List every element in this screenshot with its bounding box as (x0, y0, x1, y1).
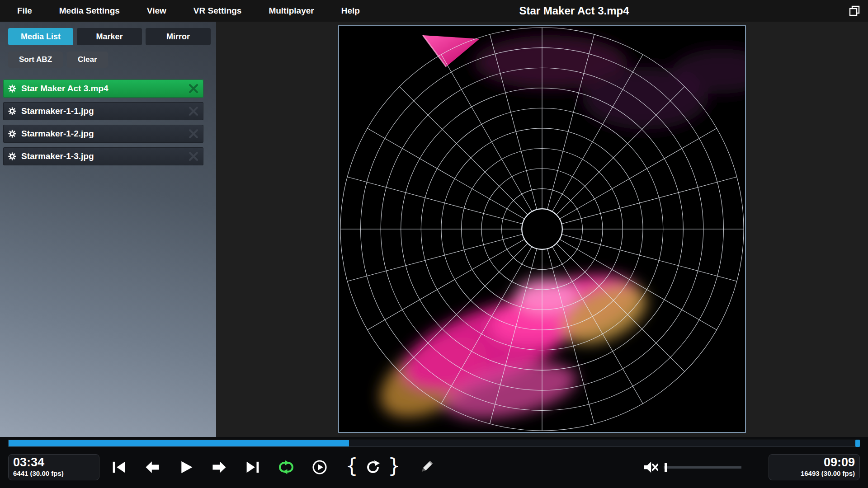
media-settings-gear-icon[interactable] (8, 129, 17, 138)
skip-end-button[interactable] (245, 460, 260, 475)
media-list: Star Maker Act 3.mp4 Starmaker-1-1.jpg S… (3, 80, 216, 165)
menu-help[interactable]: Help (328, 0, 373, 22)
transport-controls: 03:34 6441 (30.00 fps) (8, 451, 860, 483)
replay-loop-button[interactable] (365, 460, 381, 475)
loop-toggle-button[interactable] (278, 460, 294, 475)
media-item-label: Starmaker-1-1.jpg (21, 106, 188, 116)
tab-marker[interactable]: Marker (77, 28, 142, 45)
sort-abz-button[interactable]: Sort ABZ (8, 52, 63, 68)
menu-vr-settings[interactable]: VR Settings (180, 0, 255, 22)
loop-out-brace[interactable]: } (388, 458, 401, 476)
menu-file[interactable]: File (4, 0, 46, 22)
fisheye-video-frame (339, 26, 745, 432)
remove-media-icon[interactable] (188, 106, 199, 117)
media-item-selected[interactable]: Star Maker Act 3.mp4 (3, 80, 203, 98)
restore-window-icon[interactable] (848, 5, 861, 17)
menu-bar: File Media Settings View VR Settings Mul… (0, 0, 868, 22)
media-settings-gear-icon[interactable] (8, 84, 17, 93)
end-time-display: 09:09 16493 (30.00 fps) (769, 454, 860, 480)
dome-preview[interactable] (338, 25, 746, 433)
step-forward-button[interactable] (212, 460, 227, 475)
remove-media-icon[interactable] (188, 83, 199, 94)
clear-button[interactable]: Clear (67, 52, 108, 68)
media-settings-gear-icon[interactable] (8, 152, 17, 161)
mute-icon[interactable] (643, 460, 658, 475)
draw-pencil-button[interactable] (419, 460, 434, 475)
skip-start-button[interactable] (111, 460, 127, 475)
end-time: 09:09 (774, 456, 855, 469)
volume-slider[interactable] (664, 466, 741, 469)
end-frame-count: 16493 (30.00 fps) (774, 469, 855, 478)
step-back-button[interactable] (145, 460, 160, 475)
remove-media-icon[interactable] (188, 151, 199, 162)
current-media-title: Star Maker Act 3.mp4 (519, 0, 629, 22)
application-window: File Media Settings View VR Settings Mul… (0, 0, 868, 488)
loop-region-controls: { } (345, 458, 401, 476)
volume-controls (643, 460, 741, 475)
media-item-label: Starmaker-1-3.jpg (21, 151, 188, 161)
media-item-label: Starmaker-1-2.jpg (21, 129, 188, 139)
media-item[interactable]: Starmaker-1-1.jpg (3, 102, 203, 120)
sidebar: Media List Marker Mirror Sort ABZ Clear … (0, 22, 216, 437)
seek-bar[interactable] (8, 440, 860, 447)
seek-end-handle[interactable] (855, 440, 860, 447)
main-area: Media List Marker Mirror Sort ABZ Clear … (0, 22, 868, 437)
sidebar-tabs: Media List Marker Mirror (8, 28, 216, 45)
menu: File Media Settings View VR Settings Mul… (0, 0, 868, 22)
current-time-display: 03:34 6441 (30.00 fps) (8, 454, 99, 480)
media-item[interactable]: Starmaker-1-2.jpg (3, 125, 203, 143)
tab-mirror[interactable]: Mirror (146, 28, 211, 45)
tab-media-list[interactable]: Media List (8, 28, 73, 45)
remove-media-icon[interactable] (188, 128, 199, 139)
seek-progress (9, 440, 349, 446)
loop-in-brace[interactable]: { (345, 458, 358, 476)
media-item-label: Star Maker Act 3.mp4 (21, 84, 188, 94)
transport-buttons: { } (111, 458, 434, 476)
menu-media-settings[interactable]: Media Settings (46, 0, 133, 22)
current-time: 03:34 (13, 456, 94, 469)
preview-area (216, 22, 868, 437)
play-button[interactable] (178, 460, 193, 475)
menu-view[interactable]: View (133, 0, 180, 22)
sidebar-actions: Sort ABZ Clear (8, 52, 216, 68)
menu-multiplayer[interactable]: Multiplayer (255, 0, 327, 22)
playback-bar: 03:34 6441 (30.00 fps) (0, 437, 868, 488)
volume-slider-handle[interactable] (665, 463, 667, 472)
media-settings-gear-icon[interactable] (8, 107, 17, 116)
autoplay-button[interactable] (312, 460, 327, 475)
current-frame-count: 6441 (30.00 fps) (13, 469, 94, 478)
media-item[interactable]: Starmaker-1-3.jpg (3, 147, 203, 165)
